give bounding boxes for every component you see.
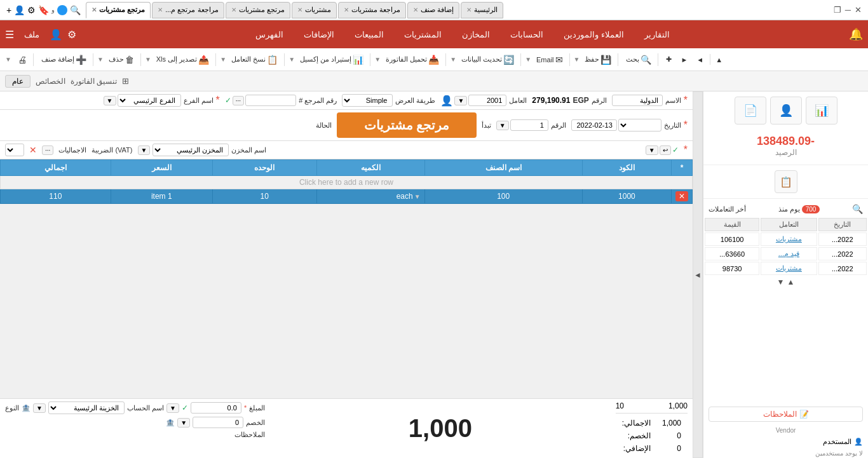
toolbar-delete-btn[interactable]: 🗑 حذف — [105, 53, 138, 66]
tab-main[interactable]: الرئيسية ✕ — [461, 2, 503, 18]
row-unit-cell[interactable]: ▼ each — [316, 189, 424, 204]
download-dropdown-arrow[interactable]: ▼ — [374, 56, 381, 63]
tab-return-purchases-active[interactable]: مرتجع مشتريات ✕ — [86, 2, 151, 18]
toolbar-export-btn[interactable]: 📤 تصدير إلى Xls — [153, 53, 213, 66]
store-undo-btn[interactable]: ↩ — [660, 145, 671, 155]
toolbar-copy-btn[interactable]: 📋 نسخ التعامل — [227, 53, 281, 66]
sidebar-nav-down[interactable]: ▼ — [777, 278, 785, 286]
collapse-toolbar-btn[interactable]: ▲ — [712, 55, 726, 65]
notes-button[interactable]: 📝 الملاحظات — [709, 407, 863, 422]
tab-close-review-purchases[interactable]: ✕ — [344, 6, 349, 13]
toolbar-add-item-btn[interactable]: ➕ إضافة صنف — [37, 53, 90, 66]
toolbar-email-btn[interactable]: ✉ Email — [532, 53, 567, 66]
plus-tab-icon[interactable]: + — [6, 5, 11, 15]
nav-menu-icon[interactable]: ☰ — [5, 29, 14, 41]
nav-profile-label[interactable]: ملف — [19, 27, 44, 42]
number2-input[interactable] — [510, 119, 548, 131]
nav-item-accounts[interactable]: الحسابات — [505, 27, 548, 42]
date-type-select[interactable] — [618, 119, 661, 131]
store-select[interactable]: المخزن الرئيسي — [153, 144, 229, 156]
row-total-cell[interactable]: 1000 — [582, 189, 671, 204]
invoice-layout-btn[interactable]: تنسيق الفاتورة — [71, 77, 117, 86]
sidebar-doc-icon[interactable]: 📋 — [775, 170, 797, 193]
payment-amount-input[interactable] — [191, 402, 241, 414]
store-select-arrow[interactable]: ▼ — [138, 145, 151, 155]
payment-account-dropdown[interactable]: ▼ — [33, 403, 46, 413]
save-dropdown-arrow[interactable]: ▼ — [574, 56, 580, 63]
nav-item-sales[interactable]: المبيعات — [349, 27, 389, 42]
toolbar-save-btn[interactable]: 💾 حفظ — [581, 53, 615, 66]
tab-purchases[interactable]: مشتريات ✕ — [292, 2, 337, 18]
window-controls[interactable]: ✕ ─ ❐ — [830, 5, 865, 15]
nav-item-warehouses[interactable]: المخازن — [457, 27, 495, 42]
ref-number-input[interactable] — [245, 95, 296, 106]
tab-close-return-purchases[interactable]: ✕ — [231, 6, 236, 13]
tab-close-main[interactable]: ✕ — [466, 6, 471, 13]
branch-select[interactable]: الفرع الرئيسي — [118, 94, 181, 107]
sidebar-chart-btn[interactable]: 📊 — [806, 97, 837, 125]
toolbar-download-btn[interactable]: 📥 تحميل الفاتورة — [382, 53, 443, 66]
payment-discount-input[interactable] — [193, 417, 243, 428]
agent-select-btn[interactable]: ▼ — [454, 96, 467, 105]
trans-type-link-2[interactable]: مشتريات — [776, 264, 802, 272]
import-dropdown-arrow[interactable]: ▼ — [288, 56, 295, 63]
unit-dropdown-arrow[interactable]: ▼ — [414, 193, 421, 200]
delete-dropdown-arrow[interactable]: ▼ — [97, 56, 104, 63]
toolbar-search-btn[interactable]: 🔍 بحث — [622, 53, 655, 66]
nav-item-index[interactable]: الفهرس — [250, 27, 288, 42]
trans-type-link-1[interactable]: قيد م... — [778, 250, 799, 257]
totals-dropdown[interactable] — [5, 144, 24, 156]
row-delete-btn[interactable]: ✕ — [675, 191, 688, 201]
trans-type-link-0[interactable]: مشتريات — [776, 235, 802, 243]
tab-close-review-return-m[interactable]: ✕ — [158, 6, 163, 13]
close-window-btn[interactable]: ✕ — [855, 5, 862, 15]
features-btn[interactable]: الخصائص — [36, 77, 65, 86]
update-dropdown-arrow[interactable]: ▼ — [450, 56, 456, 63]
number2-dropdown-btn[interactable]: ▼ — [496, 121, 509, 130]
nav-item-reports[interactable]: التقارير — [639, 27, 675, 42]
nav-item-clients[interactable]: العملاء والموردين — [559, 27, 629, 42]
agent-input[interactable] — [468, 95, 506, 106]
toolbar-nav-prev[interactable]: ◄ — [693, 55, 707, 65]
settings-icon[interactable]: ⚙ — [27, 5, 36, 15]
add-row-hint[interactable]: Click here to add a new row — [1, 176, 693, 189]
tab-return-purchases[interactable]: مرتجع مشتريات ✕ — [226, 2, 290, 18]
toolbar-update-btn[interactable]: 🔄 تحديث البيانات — [458, 53, 518, 66]
sidebar-toggle-arrow[interactable]: ◄ — [693, 91, 703, 458]
tab-review-return-m[interactable]: مراجعة مرتجع م... ✕ — [152, 2, 224, 18]
year-button[interactable]: عام — [5, 75, 31, 88]
copy-dropdown-arrow[interactable]: ▼ — [220, 56, 226, 63]
name-input[interactable] — [612, 95, 663, 106]
payment-amount-dropdown[interactable]: ▼ — [166, 403, 179, 413]
ref-number-btn[interactable]: ··· — [233, 96, 244, 105]
minimize-window-btn[interactable]: ─ — [845, 5, 851, 15]
date-input[interactable] — [571, 119, 617, 131]
tab-close-purchases[interactable]: ✕ — [297, 6, 302, 13]
toolbar-import-btn[interactable]: 📊 إستيراد من إكسيل — [296, 53, 367, 66]
payment-check-icon[interactable]: ✓ — [182, 403, 188, 412]
notification-icon[interactable]: 🔔 — [849, 27, 863, 41]
totals-btn[interactable]: ··· — [42, 145, 53, 155]
branch-dropdown-btn[interactable]: ▼ — [104, 96, 116, 105]
row-name-cell[interactable]: item 1 — [111, 189, 212, 204]
display-method-select[interactable]: Simple — [342, 94, 393, 107]
toolbar-print-btn[interactable]: 🖨 — [13, 53, 31, 66]
sidebar-nav-up[interactable]: ▲ — [787, 278, 795, 286]
store-arrow-btn[interactable]: ▼ — [646, 145, 658, 155]
browser-icon[interactable]: 🔍 — [70, 5, 81, 15]
nav-settings-icon[interactable]: ⚙ — [67, 29, 76, 41]
restore-window-btn[interactable]: ❐ — [834, 5, 841, 15]
row-qty-cell[interactable]: 10 — [212, 189, 316, 204]
toolbar-plus-btn[interactable]: ✚ — [662, 54, 675, 65]
profile-icon[interactable]: 👤 — [14, 5, 25, 15]
tab-close-return-purchases-active[interactable]: ✕ — [92, 6, 97, 13]
sidebar-user-btn[interactable]: 👤 — [770, 97, 802, 125]
nav-user-icon[interactable]: 👤 — [50, 29, 62, 41]
ref-number-check-icon[interactable]: ✓ — [225, 96, 231, 105]
sidebar-doc-btn[interactable]: 📄 — [735, 97, 766, 125]
tab-add-item[interactable]: إضافة صنف ✕ — [407, 2, 459, 18]
tab-review-purchases[interactable]: مراجعة مشتريات ✕ — [338, 2, 406, 18]
grid-icon[interactable]: ⊞ — [122, 76, 129, 86]
export-dropdown-arrow[interactable]: ▼ — [145, 56, 151, 63]
store-check-icon[interactable]: ✓ — [672, 145, 679, 154]
